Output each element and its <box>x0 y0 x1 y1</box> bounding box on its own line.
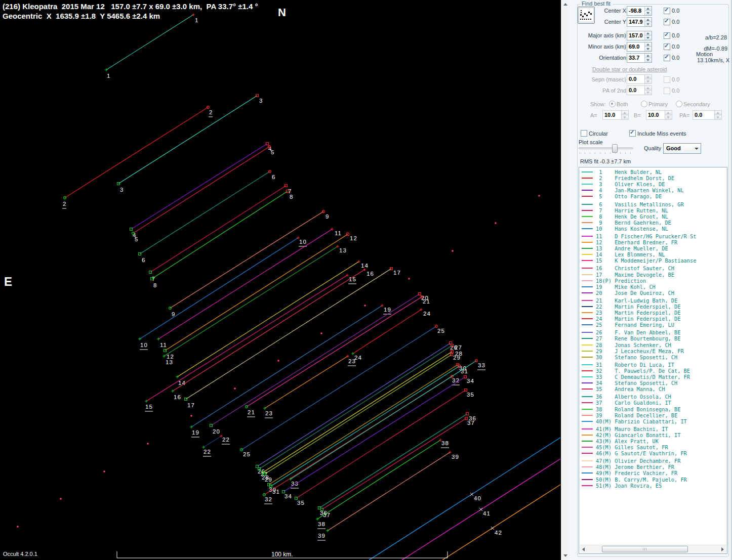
observer-row[interactable]: 9 Bernd Gaehrken, DE <box>580 220 726 226</box>
observer-row[interactable]: 33 C Demeautis/D Matter, FR <box>580 374 726 380</box>
observer-row[interactable]: 3 Oliver Kloes, DE <box>580 181 726 187</box>
observer-row[interactable]: 26 F. Van Den Abbeel, BE <box>580 329 726 335</box>
spin-down-icon[interactable] <box>645 58 652 62</box>
observer-row[interactable]: 25 Fernand Emering, LU <box>580 322 726 328</box>
observer-row[interactable]: 8 Henk De Groot, NL <box>580 213 726 220</box>
observer-row[interactable]: 23 Martin Federspiel, DE <box>580 310 726 316</box>
observer-list-horizontal-scrollbar[interactable] <box>580 545 726 553</box>
spin-down-icon[interactable] <box>645 47 652 51</box>
observer-row[interactable]: 37 Carlo Gualdoni, IT <box>580 400 726 406</box>
slider-tick <box>600 152 600 154</box>
spin-up-icon[interactable] <box>645 42 652 47</box>
observer-text: 26 F. Van Den Abbeel, BE <box>596 329 680 335</box>
spinner[interactable] <box>644 54 652 62</box>
observer-row[interactable]: 10 Hans Kostense, NL <box>580 226 726 232</box>
observer-row[interactable]: 12 Eberhard Bredner, FR <box>580 239 726 245</box>
radio-both[interactable] <box>609 101 616 107</box>
observer-row[interactable]: 28 Jonas Schenker, CH <box>580 342 726 348</box>
observer-row[interactable]: 6 Vasilis Metallinos, GR <box>580 201 726 207</box>
observer-color-swatch <box>582 274 593 275</box>
spin-up-icon[interactable] <box>645 31 652 35</box>
spin-down-icon[interactable] <box>645 22 652 26</box>
observer-row[interactable]: 45(M) Gilles Sautot, FR <box>580 444 726 450</box>
observer-row[interactable]: 24 Martin Federspiel, DE <box>580 316 726 322</box>
major-axis-km-checkbox[interactable] <box>664 32 670 39</box>
observer-row[interactable]: 11 D Fischer/HG Purucker/R St <box>580 233 726 239</box>
observer-row[interactable]: 4 Jan-Maarten Winkel, NL <box>580 187 726 193</box>
spin-up-icon <box>622 111 628 115</box>
minor-axis-km-checkbox[interactable] <box>664 44 670 50</box>
observer-row[interactable]: 19 Mike Kohl, CH <box>580 284 726 290</box>
observer-row[interactable]: 47(M) Olivier Dechambre, FR <box>580 458 726 464</box>
observer-row[interactable]: 48(M) Jerome Berthier, FR <box>580 464 726 470</box>
observer-row[interactable]: 36 Alberto Ossola, CH <box>580 394 726 400</box>
quality-dropdown[interactable]: Good <box>663 143 701 154</box>
center-x-checkbox[interactable] <box>664 8 670 14</box>
observer-row[interactable]: 31 Roberto Di Luca, IT <box>580 362 726 368</box>
observer-row[interactable]: 7 Harrie Rutten, NL <box>580 207 726 213</box>
observer-row[interactable]: 35 Andrea Manna, CH <box>580 386 726 392</box>
observer-row[interactable]: 21 Karl-Ludwig Bath, DE <box>580 297 726 304</box>
observer-list[interactable]: 1 Henk Bulder, NL 2 Friedhelm Dorst, DE … <box>579 167 727 554</box>
observer-row[interactable]: 22 Martin Federspiel, DE <box>580 304 726 310</box>
observer-row[interactable]: 18(P) Prediction <box>580 278 726 284</box>
plot-scale-slider[interactable] <box>579 147 633 149</box>
plot-scale-slider-thumb[interactable] <box>612 144 618 153</box>
circular-checkbox[interactable] <box>581 130 587 137</box>
observer-row[interactable]: 41(M) Mauro Bachini, IT <box>580 426 726 432</box>
observer-row[interactable]: 13 Andre Mueller, DE <box>580 245 726 251</box>
spinner[interactable] <box>644 18 652 26</box>
minor-axis-km-input[interactable]: 69.0 <box>627 42 652 52</box>
observer-row[interactable]: 40(M) Fabrizio Ciabattari, IT <box>580 418 726 424</box>
observer-row[interactable]: 1 Henk Bulder, NL <box>580 169 726 175</box>
scrollbar-thumb[interactable] <box>602 546 688 552</box>
include-miss-events-checkbox[interactable] <box>629 130 636 137</box>
orientation-label: Orientation <box>579 55 626 61</box>
observer-row[interactable]: 2 Friedhelm Dorst, DE <box>580 175 726 181</box>
major-axis-km-input[interactable]: 157.0 <box>627 31 652 40</box>
observer-row[interactable]: 51(M) Joan Rovira, ES <box>580 483 726 489</box>
chord-plot-area: 1122334455667788991010111112121313141415… <box>0 0 561 560</box>
plot-vertical-scrollbar[interactable] <box>561 0 570 560</box>
observer-row[interactable]: 15 K Moddemeijer/P Bastiaanse <box>580 257 726 264</box>
spin-down-icon[interactable] <box>645 11 652 15</box>
chord-number-label: 38 <box>318 521 326 527</box>
spin-down-icon[interactable] <box>645 35 652 40</box>
observer-row[interactable]: 29 J Lecacheux/E Meza, FR <box>580 348 726 354</box>
scroll-left-icon[interactable] <box>580 545 588 553</box>
observer-row[interactable]: 5 Otto Farago, DE <box>580 193 726 199</box>
center-y-checkbox[interactable] <box>664 19 670 25</box>
spinner[interactable] <box>644 7 652 15</box>
center-y-input[interactable]: 147.9 <box>627 17 652 27</box>
scroll-down-icon[interactable] <box>562 552 569 559</box>
spinner[interactable] <box>644 31 652 40</box>
radio-secondary[interactable] <box>676 101 682 107</box>
chord-number-label: 24 <box>354 355 362 361</box>
observer-row[interactable]: 27 Rene Bourtembourg, BE <box>580 335 726 341</box>
observer-row[interactable]: 16 Christof Sauter, CH <box>580 265 726 271</box>
observer-row[interactable]: 17 Maxime Devogele, BE <box>580 272 726 278</box>
observer-row[interactable]: 43(M) Alex Pratt, UK <box>580 438 726 444</box>
observer-row[interactable]: 34 Stefano Sposetti, CH <box>580 380 726 386</box>
orientation-input[interactable]: 33.7 <box>627 53 652 63</box>
scroll-right-icon[interactable] <box>718 545 726 553</box>
observer-row[interactable]: 42(M) Giancarlo Bonatti, IT <box>580 432 726 438</box>
center-x-input[interactable]: -98.8 <box>627 6 652 16</box>
spin-up-icon[interactable] <box>645 7 652 11</box>
observer-row[interactable]: 20 Jose De Queiroz, CH <box>580 290 726 296</box>
spin-down-icon <box>645 90 652 95</box>
spin-up-icon[interactable] <box>645 18 652 22</box>
radio-primary[interactable] <box>641 101 647 107</box>
observer-row[interactable]: 38 Roland Boninsegna, BE <box>580 406 726 412</box>
observer-row[interactable]: 39 Roland Decellier, BE <box>580 412 726 418</box>
observer-row[interactable]: 14 Lex Blommers, NL <box>580 251 726 257</box>
observer-row[interactable]: 49(M) Frederic Vachier, FR <box>580 470 726 476</box>
orientation-checkbox[interactable] <box>664 55 670 61</box>
spin-up-icon[interactable] <box>645 54 652 58</box>
observer-row[interactable]: 50(M) B. Carry/M. Pajuelo, FR <box>580 477 726 483</box>
spinner[interactable] <box>644 42 652 51</box>
observer-row[interactable]: 46(M) G Sautot/E Vauthrin, FR <box>580 450 726 456</box>
observer-row[interactable]: 30 Stefano Sposetti, CH <box>580 354 726 360</box>
observer-row[interactable]: 32 T. Pauwels/P. De Cat, BE <box>580 368 726 374</box>
scroll-up-icon[interactable] <box>562 1 569 8</box>
